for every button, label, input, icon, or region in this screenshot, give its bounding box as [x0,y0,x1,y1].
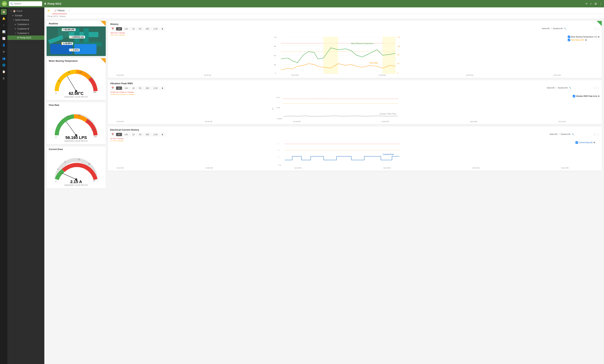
breadcrumb: Pump 0213 - History [44,14,604,19]
btn-1h[interactable]: 1H [116,27,122,30]
sidebar-icon-group[interactable]: 👥 [1,55,7,61]
settings-icon-flow[interactable]: ⚙ [585,39,587,41]
svg-text:90: 90 [274,45,276,47]
expand-icon-e[interactable]: ⛶ [594,133,596,136]
btn-30d[interactable]: 30D [144,27,151,30]
btn-1h-v[interactable]: 1H [116,87,122,90]
star-icon[interactable]: ☆ [590,2,592,6]
sidebar-item-home[interactable]: ▼ 🏠 Home [7,9,44,13]
menu-icon[interactable]: ⋮ [599,2,602,6]
btn-12h-v[interactable]: 12H [123,87,130,90]
btn-live-e[interactable]: LIVE [152,133,160,136]
legend-motor: Motor Bearing Temperature (°C) ⚙ [568,36,600,38]
search-bar[interactable]: 🔍 [9,1,42,6]
sidebar-icon-alerts[interactable]: 🔔 [1,15,7,21]
calendar-btn-e[interactable]: 📅 [110,133,115,136]
arrow-icon: ▶ [13,15,14,16]
tab-history[interactable]: 📈 History [52,7,67,14]
legend-flow-checkbox[interactable] [568,39,570,41]
history-legend: Motor Bearing Temperature (°C) ⚙ Flow Ra… [568,32,600,76]
btn-30d-e[interactable]: 30D [144,133,151,136]
svg-text:8: 8 [65,161,66,163]
arrow-icon: ▶ [15,28,17,30]
sidebar-item-customer-b[interactable]: ▶ Customer B [7,27,44,31]
sidebar-item-customer-a[interactable]: ▶ Customer A [7,22,44,27]
btn-5d[interactable]: 5D [137,27,143,30]
sidebar-icon-star[interactable]: ☆ [1,22,7,28]
pump-title: ⚙ Pump 0213 [44,2,584,5]
expand-icon[interactable]: ⛶ [594,27,596,30]
vibration-svg: 0.011 0.005 -0.00009 m/s Vibration [110,96,571,120]
btn-30d-v[interactable]: 30D [144,87,151,90]
motor-bearing-gauge: 0 20 40 60 80 100 62.58°C 03/03 [47,64,106,100]
sidebar-icon-home[interactable]: 🏠 [1,9,7,15]
vibration-corner-icons: ⛶ ⋮ [594,87,600,89]
settings-icon-motor[interactable]: ⚙ [598,36,600,38]
more-icon-e[interactable]: ⋮ [597,133,600,136]
btn-12h[interactable]: 12H [123,27,130,30]
svg-text:20: 20 [58,80,60,82]
sidebar-item-north-america[interactable]: ▼ North America [7,18,44,22]
settings-icon-current[interactable]: ⚙ [593,141,595,144]
settings-icon-vibration[interactable]: ⚙ [598,95,600,97]
main-content: 📁 📈 History + Pump 0213 - History Realti… [44,7,604,364]
pause-btn-v[interactable]: ⏸ [160,87,165,90]
sidebar-icon-graph[interactable]: 📈 [1,36,7,41]
sidebar-label-customer-a: Customer A [17,23,29,26]
vibration-svg-container: Select All / Deselect All 🔧 >0.002 m/s 2… [110,91,571,123]
pause-btn[interactable]: ⏸ [160,27,165,30]
svg-text:0: 0 [275,72,276,74]
sidebar-item-customer-c[interactable]: ▼ Customer C [7,31,44,36]
alert-red-line: >80°C for 2 minutes [110,32,566,34]
vibration-chart-controls: 📅 1H 12H 1D 5D 30D LIVE ⏸ ⛶ ⋮ [110,86,600,90]
electrical-chart-area: Select All / Deselect All 🔧 >6 A for 2 m… [110,138,600,169]
btn-5d-e[interactable]: 5D [137,133,143,136]
sidebar-icon-config[interactable]: ⚙ [1,49,7,55]
right-panel: History 📅 1H 12H 1D 5D 30D LIVE ⏸ ⛶ ⋮ [108,21,602,362]
electrical-alert-yellow: >4 A for 2 minutes [110,140,574,142]
legend-vibration-checkbox[interactable] [573,95,575,97]
svg-text:60: 60 [78,114,81,116]
filter-icon[interactable]: ≡ [586,2,587,5]
btn-live[interactable]: LIVE [152,27,160,30]
calendar-btn[interactable]: 📅 [110,27,115,30]
svg-text:12: 12 [78,158,80,160]
sidebar-icon-user[interactable]: 👤 [1,42,7,48]
sidebar-item-pump-0213[interactable]: ⚙ Pump 0213 [7,36,44,40]
sidebar-icon-reports[interactable]: 📋 [1,69,7,75]
expand-icon-v[interactable]: ⛶ [594,87,596,89]
btn-1d[interactable]: 1D [130,27,136,30]
select-all-row: Select All / Deselect All 🔧 [542,27,566,30]
current-badge: ⚡2.15 A [69,49,80,51]
btn-5d-v[interactable]: 5D [137,87,143,90]
more-icon[interactable]: ⋮ [597,27,600,30]
flow-rate-title: Flow Rate [47,102,106,108]
legend-motor-checkbox[interactable] [568,36,570,38]
btn-12h-e[interactable]: 12H [123,133,130,136]
add-tab-button[interactable]: + [67,9,71,12]
sidebar-item-europe[interactable]: ▶ Europe [7,13,44,18]
vibration-time-labels: 02:20 PM02:30 PM02:40 PM02:50 PM03:00 PM… [110,121,571,123]
btn-1d-e[interactable]: 1D [130,133,136,136]
svg-text:0: 0 [55,180,57,183]
btn-1d-v[interactable]: 1D [130,87,136,90]
search-icon: 🔍 [10,2,13,5]
sidebar-icon-network[interactable]: 🌐 [1,62,7,68]
sidebar-icon-analytics[interactable]: 📊 [1,29,7,35]
history-chart-title: History [110,23,600,25]
arrow-icon: ▼ [13,19,14,21]
folder-icon[interactable]: 📁 [46,9,51,12]
calendar-btn-v[interactable]: 📅 [110,86,115,90]
arrow-icon: ▼ [10,10,12,12]
legend-current-checkbox[interactable] [576,141,578,144]
btn-1h-e[interactable]: 1H [116,133,122,136]
btn-live-v[interactable]: LIVE [152,87,160,90]
corner-badge [101,21,106,26]
vibration-alert-yellow: >0.0018 m/s 2 times in 2 minutes [110,93,571,95]
settings-icon[interactable]: ⚙ [594,2,597,6]
pause-btn-e[interactable]: ⏸ [160,133,165,136]
search-input[interactable] [14,2,37,5]
more-icon-v[interactable]: ⋮ [597,87,600,89]
sidebar-icon-monitor[interactable]: 🖥 [1,75,7,81]
svg-text:20: 20 [57,124,60,126]
